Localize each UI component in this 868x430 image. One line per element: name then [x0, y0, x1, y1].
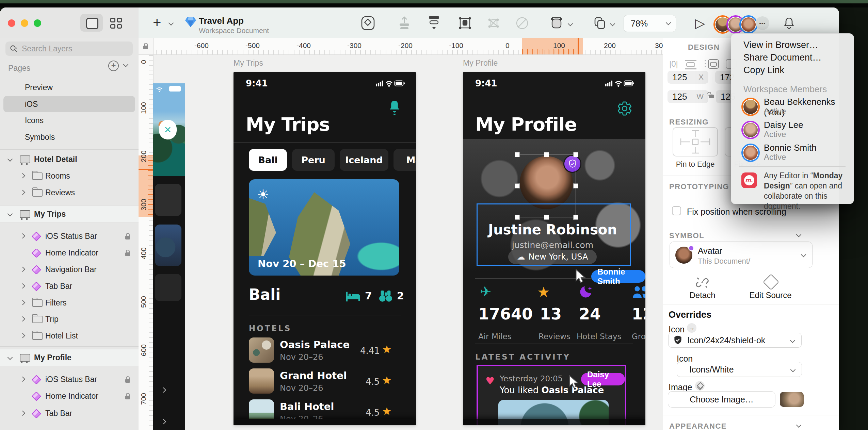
- lock-icon[interactable]: [125, 379, 130, 383]
- zoom-window-button[interactable]: [34, 19, 41, 27]
- expand-chevron-icon[interactable]: [20, 377, 26, 382]
- sidebar-page-preview[interactable]: Preview: [0, 79, 139, 96]
- close-card-button[interactable]: [159, 120, 177, 139]
- expand-chevron-icon[interactable]: [20, 267, 26, 272]
- ungroup-selection-button[interactable]: [486, 16, 501, 30]
- chip-peru[interactable]: Peru: [292, 149, 335, 171]
- insert-shape-chevron-icon[interactable]: [568, 21, 573, 27]
- layer-my-profile[interactable]: My Profile: [0, 349, 139, 366]
- align-distribute-h-icon[interactable]: |0|: [669, 59, 678, 69]
- carousel-next-icon[interactable]: [161, 419, 166, 425]
- artboard-label-my-profile[interactable]: My Profile: [463, 59, 498, 68]
- artboard-partial[interactable]: [153, 83, 185, 430]
- rotate-button[interactable]: [515, 16, 530, 30]
- layer-ios-status-bar[interactable]: iOS Status Bar: [0, 228, 139, 244]
- selection-handle[interactable]: [573, 183, 578, 188]
- layer-tab-bar[interactable]: Tab Bar: [0, 278, 139, 294]
- edit-source-button[interactable]: Edit Source: [741, 291, 800, 300]
- layer-tab-bar-2[interactable]: Tab Bar: [0, 405, 139, 421]
- lock-icon[interactable]: [125, 396, 130, 399]
- search-layers-field[interactable]: [5, 42, 133, 56]
- zoom-control[interactable]: 78%: [624, 15, 676, 32]
- layer-hotel-list[interactable]: Hotel List: [0, 328, 139, 344]
- symbol-instance-card[interactable]: Avatar This Document/: [670, 242, 813, 268]
- trip-photo-card[interactable]: ☀ Nov 20 – Dec 15: [249, 179, 399, 276]
- chip-clipped[interactable]: Ma: [393, 149, 416, 171]
- sidebar-page-icons[interactable]: Icons: [0, 112, 139, 129]
- layer-my-trips[interactable]: My Trips: [0, 205, 139, 222]
- collaborators-more-button[interactable]: •••: [756, 16, 769, 30]
- expand-chevron-icon[interactable]: [7, 156, 13, 162]
- location-chip[interactable]: ☁ New York, USA: [508, 250, 597, 264]
- layer-filters[interactable]: Filters: [0, 295, 139, 311]
- expand-chevron-icon[interactable]: [20, 173, 26, 179]
- group-selection-button[interactable]: [457, 16, 472, 30]
- ruler-lock-icon[interactable]: [143, 46, 148, 49]
- selection-handle[interactable]: [573, 152, 578, 157]
- symbol-collapse-chevron-icon[interactable]: [796, 232, 802, 237]
- hotel-row[interactable]: Grand Hotel Nov 20–26 4.5 ★: [234, 368, 416, 396]
- layer-home-indicator[interactable]: Home Indicator: [0, 245, 139, 261]
- expand-chevron-icon[interactable]: [20, 411, 26, 416]
- x-position-field[interactable]: 125X: [668, 71, 708, 84]
- publish-button[interactable]: [398, 16, 411, 30]
- sidebar-page-symbols[interactable]: Symbols: [0, 129, 139, 145]
- canvas-view-toggle[interactable]: [80, 14, 103, 32]
- layer-home-indicator-2[interactable]: Home Indicator: [0, 388, 139, 404]
- selection-handle[interactable]: [544, 152, 549, 157]
- pages-collapse-chevron-icon[interactable]: [123, 62, 129, 67]
- detach-icon[interactable]: [696, 276, 709, 289]
- close-window-button[interactable]: [8, 19, 15, 27]
- lock-icon[interactable]: [125, 252, 130, 256]
- artboard-my-trips[interactable]: 9:41 My Trips Bali Peru Iceland Ma ☀ Nov…: [234, 72, 416, 425]
- chip-iceland[interactable]: Iceland: [340, 149, 388, 171]
- nested-icon-dropdown[interactable]: Icons/White: [677, 362, 802, 377]
- selection-handle[interactable]: [515, 152, 520, 157]
- expand-chevron-icon[interactable]: [20, 333, 26, 338]
- expand-chevron-icon[interactable]: [20, 300, 26, 305]
- preview-play-button[interactable]: ▷: [695, 16, 705, 31]
- insert-plus-button[interactable]: +: [153, 14, 161, 31]
- carousel-next-icon[interactable]: [161, 387, 166, 393]
- expand-chevron-icon[interactable]: [20, 283, 26, 289]
- hotel-row[interactable]: Oasis Palace Nov 20–26 4.41 ★: [234, 337, 416, 365]
- layer-trip[interactable]: Trip: [0, 311, 139, 327]
- expand-chevron-icon[interactable]: [20, 190, 26, 195]
- grid-view-button[interactable]: [110, 18, 122, 29]
- aspect-lock-icon[interactable]: [709, 95, 714, 98]
- artboard-label-my-trips[interactable]: My Trips: [234, 59, 263, 68]
- avatar-bonnie[interactable]: [739, 15, 758, 34]
- copy-style-button[interactable]: [592, 16, 607, 30]
- copy-style-chevron-icon[interactable]: [610, 21, 615, 27]
- layer-hotel-detail[interactable]: Hotel Detail: [0, 151, 139, 167]
- fix-position-checkbox[interactable]: [672, 206, 681, 215]
- align-left-icon[interactable]: [708, 59, 719, 69]
- minimize-window-button[interactable]: [21, 19, 28, 27]
- chip-bali[interactable]: Bali: [249, 149, 287, 171]
- lock-icon[interactable]: [125, 236, 130, 239]
- expand-chevron-icon[interactable]: [20, 233, 26, 239]
- detach-button[interactable]: Detach: [673, 291, 732, 300]
- layer-reviews[interactable]: Reviews: [0, 184, 139, 201]
- activity-card[interactable]: ♥ Yesterday 20:05 You liked Oasis Palace…: [477, 365, 626, 425]
- bell-icon[interactable]: [387, 99, 402, 116]
- menu-item-view-in-browser[interactable]: View in Browser…: [743, 40, 818, 50]
- expand-chevron-icon[interactable]: [20, 316, 26, 322]
- insert-shape-button[interactable]: [549, 16, 566, 30]
- expand-chevron-icon[interactable]: [7, 355, 13, 360]
- appearance-collapse-chevron-icon[interactable]: [796, 423, 802, 428]
- edit-source-icon[interactable]: [763, 274, 779, 290]
- notifications-bell-icon[interactable]: [783, 16, 795, 30]
- sidebar-page-ios[interactable]: iOS: [0, 96, 139, 112]
- create-symbol-button[interactable]: [361, 16, 375, 30]
- menu-item-copy-link[interactable]: Copy Link: [743, 65, 784, 76]
- tab-design[interactable]: DESIGN: [688, 43, 720, 52]
- canvas[interactable]: -600 -500 -400 -300 -200 -100 0 100 200 …: [139, 38, 663, 430]
- width-field[interactable]: 125W: [668, 90, 708, 103]
- pin-to-edge-option[interactable]: [673, 127, 718, 156]
- image-override-thumb[interactable]: [780, 392, 804, 407]
- icon-override-dropdown[interactable]: Icon/24x24/shield-ok: [668, 333, 802, 348]
- layer-ios-status-bar-2[interactable]: iOS Status Bar: [0, 371, 139, 387]
- selection-handle[interactable]: [515, 183, 520, 188]
- choose-image-button[interactable]: Choose Image…: [668, 391, 775, 408]
